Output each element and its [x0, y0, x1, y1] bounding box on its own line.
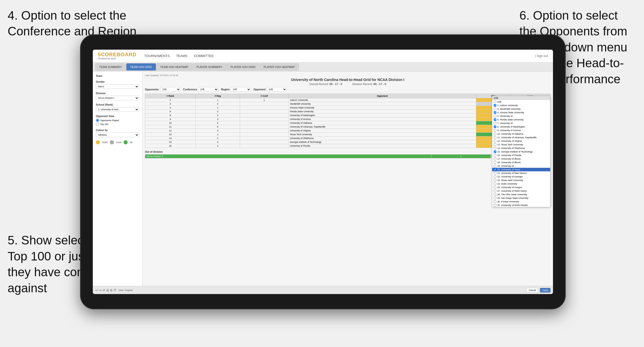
dropdown-item[interactable]: 20. University of Texas — [492, 168, 550, 171]
sub-nav: TEAM SUMMARY TEAM H2H GRID TEAM H2H HEAT… — [93, 62, 553, 72]
dropdown-item[interactable]: 19. University of... — [492, 164, 550, 168]
cell-conf — [240, 125, 288, 129]
redo-icon[interactable]: ↪ — [99, 288, 101, 292]
dropdown-item[interactable]: 18. University of Illinois — [492, 161, 550, 164]
dropdown-item[interactable]: 17. University of Illinois — [492, 157, 550, 161]
dropdown-item[interactable]: 24. Duke University — [492, 182, 550, 186]
nav-teams[interactable]: TEAMS — [176, 54, 187, 58]
dropdown-checkbox[interactable] — [494, 111, 496, 114]
dropdown-item[interactable]: 12. University of Virginia — [492, 139, 550, 143]
dropdown-checkbox[interactable] — [494, 150, 496, 153]
dropdown-checkbox[interactable] — [494, 118, 496, 121]
dropdown-item[interactable]: 25. University of Oregon — [492, 186, 550, 189]
dropdown-checkbox[interactable] — [494, 183, 496, 185]
dropdown-checkbox[interactable] — [494, 101, 496, 103]
nav-signout[interactable]: | Sign out — [535, 54, 548, 58]
dropdown-item[interactable]: 27. University of Notre Dame — [492, 189, 550, 193]
dropdown-item[interactable]: 9. University of Arizona — [492, 129, 550, 132]
dropdown-checkbox[interactable] — [494, 200, 496, 203]
dropdown-checkbox[interactable] — [494, 193, 496, 196]
dropdown-checkbox[interactable] — [494, 143, 496, 146]
print-icon[interactable]: 🖨 — [106, 288, 109, 292]
dropdown-item[interactable]: 23. Texas A&M University — [492, 178, 550, 182]
col-opponent: Opponent — [289, 94, 476, 98]
dropdown-checkbox[interactable] — [494, 165, 496, 167]
tab-team-summary[interactable]: TEAM SUMMARY — [95, 63, 126, 71]
tab-team-h2h-heatmap[interactable]: TEAM H2H HEATMAP — [156, 63, 192, 71]
dropdown-item[interactable]: 13. Texas Tech University — [492, 143, 550, 146]
dropdown-item[interactable]: 15. Georgia Institute of Technology — [492, 150, 550, 154]
dropdown-item[interactable]: 7. University of... — [492, 121, 550, 125]
gender-select[interactable]: Men's — [96, 84, 139, 89]
dropdown-item-label: 17. University of Illinois — [497, 158, 521, 160]
dropdown-checkbox[interactable] — [494, 186, 496, 189]
dropdown-checkbox[interactable] — [494, 168, 496, 171]
dropdown-item[interactable]: 4. Arizona State University — [492, 111, 550, 114]
dropdown-checkbox[interactable] — [494, 161, 496, 164]
tab-player-summary[interactable]: PLAYER SUMMARY — [193, 63, 226, 71]
nav-committee[interactable]: COMMITTEE — [194, 54, 214, 58]
dropdown-item[interactable]: 16. University of Florida — [492, 154, 550, 157]
dropdown-item[interactable]: 30. Purdue University — [492, 200, 550, 203]
dropdown-checkbox[interactable] — [494, 133, 496, 135]
dropdown-checkbox[interactable] — [494, 126, 496, 128]
copy-icon[interactable]: ⧉ — [110, 288, 112, 292]
dropdown-checkbox[interactable] — [494, 129, 496, 132]
dropdown-item[interactable]: 29. San Diego State University — [492, 196, 550, 200]
radio-top100-label: Top 100 — [100, 123, 108, 126]
dropdown-checkbox[interactable] — [494, 104, 496, 107]
opponent-filter-select[interactable]: (All) — [266, 87, 287, 92]
radio-top100[interactable] — [96, 122, 99, 126]
dropdown-checkbox[interactable] — [494, 175, 496, 178]
dropdown-item[interactable]: 5. University of... — [492, 114, 550, 118]
cell-rank: 14 — [145, 136, 196, 140]
dropdown-item[interactable]: 3. Vanderbilt University — [492, 107, 550, 111]
cancel-button[interactable]: Cancel — [526, 288, 538, 293]
conference-filter-select[interactable]: (All) — [198, 87, 218, 92]
dropdown-checkbox[interactable] — [494, 140, 496, 142]
undo-icon[interactable]: ↩ — [95, 288, 98, 292]
dropdown-item[interactable]: 10. University of Alabama — [492, 132, 550, 136]
dropdown-checkbox[interactable] — [494, 122, 496, 124]
opponents-filter-select[interactable]: (All) — [160, 87, 181, 92]
opponent-view-label: Opponent View — [96, 115, 139, 118]
tab-team-h2h-grid[interactable]: TEAM H2H GRID — [126, 63, 156, 71]
dropdown-item[interactable]: 21. University of New Mexico — [492, 171, 550, 175]
dropdown-checkbox[interactable] — [494, 197, 496, 199]
dropdown-item[interactable]: 31. University of North Florida — [492, 203, 550, 207]
dropdown-checkbox[interactable] — [494, 108, 496, 110]
dropdown-checkbox[interactable] — [494, 115, 496, 117]
refresh-icon[interactable]: ↺ — [102, 288, 105, 292]
dropdown-item-label: 14. University of Oklahoma — [497, 147, 525, 149]
dropdown-checkbox[interactable] — [494, 154, 496, 157]
opponent-dropdown[interactable]: (All) (All)2. Auburn University3. Vander… — [492, 96, 550, 207]
dropdown-item-label: 25. University of Oregon — [497, 186, 522, 189]
dropdown-checkbox[interactable] — [494, 147, 496, 149]
dropdown-item[interactable]: 28. The Ohio State University — [492, 193, 550, 196]
region-filter-select[interactable]: (All) — [231, 87, 251, 92]
dropdown-checkbox[interactable] — [494, 204, 496, 206]
dropdown-item[interactable]: 11. University of Arkansas, Fayetteville — [492, 136, 550, 139]
radio-opponents-played[interactable] — [96, 119, 99, 122]
clock-icon[interactable]: ⏱ — [113, 288, 116, 292]
dropdown-item[interactable]: 2. Auburn University — [492, 104, 550, 107]
dropdown-item[interactable]: 22. University of Georgia — [492, 175, 550, 178]
dropdown-checkbox[interactable] — [494, 158, 496, 160]
dropdown-checkbox[interactable] — [494, 190, 496, 192]
apply-button[interactable]: Apply — [540, 288, 550, 293]
dropdown-item[interactable]: 8. University of Washington — [492, 125, 550, 129]
dropdown-item[interactable]: 6. Florida State University — [492, 118, 550, 121]
table-area: Last Updated: 4/7/2024 16:55:38 Universi… — [142, 72, 553, 286]
dropdown-item[interactable]: (All) — [492, 100, 550, 104]
tab-player-h2h-heatmap[interactable]: PLAYER H2H HEATMAP — [260, 63, 299, 71]
dropdown-item[interactable]: 14. University of Oklahoma — [492, 146, 550, 150]
tab-player-h2h-grid[interactable]: PLAYER H2H GRID — [227, 63, 259, 71]
dropdown-checkbox[interactable] — [494, 136, 496, 139]
dropdown-checkbox[interactable] — [494, 179, 496, 182]
dropdown-checkbox[interactable] — [494, 172, 496, 174]
school-select[interactable]: 1. University of Nort... — [96, 107, 139, 112]
division-select[interactable]: NCAA Division I — [96, 96, 139, 100]
nav-tournaments[interactable]: TOURNAMENTS — [144, 54, 170, 58]
colour-by-select[interactable]: Win/loss — [96, 133, 139, 137]
cell-reg: 6 — [196, 125, 240, 129]
